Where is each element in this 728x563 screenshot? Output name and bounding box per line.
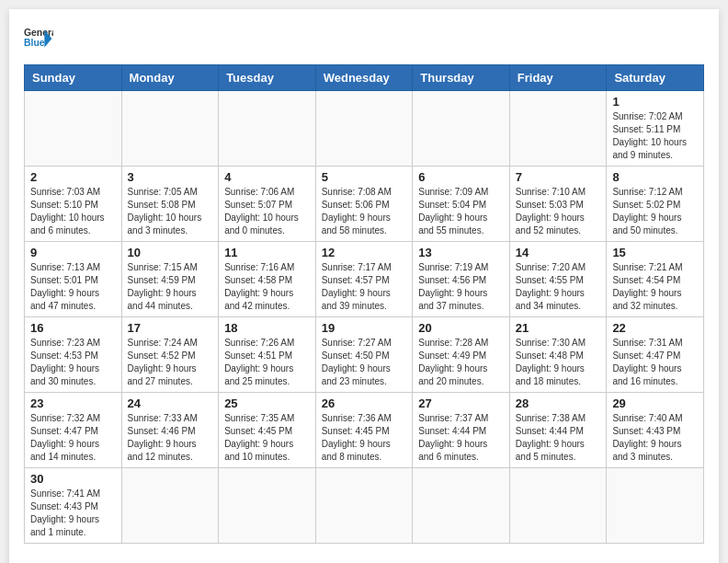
weekday-header-row: SundayMondayTuesdayWednesdayThursdayFrid… [25,65,704,91]
calendar-cell-r4c5: 28Sunrise: 7:38 AM Sunset: 4:44 PM Dayli… [509,393,607,468]
day-number: 18 [224,321,310,335]
logo-icon: General Blue [24,24,53,53]
calendar-cell-r4c2: 25Sunrise: 7:35 AM Sunset: 4:45 PM Dayli… [219,393,316,468]
day-info: Sunrise: 7:40 AM Sunset: 4:43 PM Dayligh… [612,412,698,464]
calendar-body: 1Sunrise: 7:02 AM Sunset: 5:11 PM Daylig… [25,91,704,544]
weekday-header-sunday: Sunday [25,65,122,91]
day-number: 28 [516,396,601,410]
day-number: 25 [224,396,310,410]
day-info: Sunrise: 7:36 AM Sunset: 4:45 PM Dayligh… [322,412,407,464]
day-info: Sunrise: 7:10 AM Sunset: 5:03 PM Dayligh… [516,186,601,237]
day-info: Sunrise: 7:23 AM Sunset: 4:53 PM Dayligh… [30,337,116,388]
day-info: Sunrise: 7:21 AM Sunset: 4:54 PM Dayligh… [612,261,698,313]
calendar-cell-r5c0: 30Sunrise: 7:41 AM Sunset: 4:43 PM Dayli… [25,468,122,544]
day-info: Sunrise: 7:28 AM Sunset: 4:49 PM Dayligh… [418,337,504,388]
day-info: Sunrise: 7:24 AM Sunset: 4:52 PM Dayligh… [128,337,213,388]
day-info: Sunrise: 7:27 AM Sunset: 4:50 PM Dayligh… [322,337,407,388]
weekday-header-thursday: Thursday [413,65,510,91]
calendar-cell-r2c2: 11Sunrise: 7:16 AM Sunset: 4:58 PM Dayli… [219,242,316,317]
weekday-header-wednesday: Wednesday [315,65,413,91]
calendar-header: General Blue [24,24,704,53]
calendar-row-1: 2Sunrise: 7:03 AM Sunset: 5:10 PM Daylig… [25,167,704,242]
day-info: Sunrise: 7:41 AM Sunset: 4:43 PM Dayligh… [30,488,116,539]
calendar-cell-r0c5 [509,91,607,167]
day-number: 29 [612,396,698,410]
day-number: 8 [612,170,698,184]
day-info: Sunrise: 7:20 AM Sunset: 4:55 PM Dayligh… [516,261,601,313]
calendar-cell-r4c3: 26Sunrise: 7:36 AM Sunset: 4:45 PM Dayli… [315,393,413,468]
day-number: 13 [418,246,504,259]
calendar-cell-r2c5: 14Sunrise: 7:20 AM Sunset: 4:55 PM Dayli… [509,242,607,317]
svg-text:Blue: Blue [24,38,45,48]
calendar-cell-r3c6: 22Sunrise: 7:31 AM Sunset: 4:47 PM Dayli… [607,317,704,393]
day-info: Sunrise: 7:12 AM Sunset: 5:02 PM Dayligh… [612,186,698,237]
weekday-header-friday: Friday [509,65,607,91]
day-number: 2 [30,170,116,184]
calendar-cell-r2c6: 15Sunrise: 7:21 AM Sunset: 4:54 PM Dayli… [607,242,704,317]
day-info: Sunrise: 7:37 AM Sunset: 4:44 PM Dayligh… [418,412,504,464]
day-number: 19 [322,321,407,335]
calendar-cell-r3c3: 19Sunrise: 7:27 AM Sunset: 4:50 PM Dayli… [315,317,413,393]
day-number: 14 [516,246,601,259]
calendar-cell-r5c2 [219,468,316,544]
day-number: 9 [30,246,116,259]
weekday-header-saturday: Saturday [607,65,704,91]
day-number: 12 [322,246,407,259]
calendar-thead: SundayMondayTuesdayWednesdayThursdayFrid… [25,65,704,91]
calendar-cell-r3c0: 16Sunrise: 7:23 AM Sunset: 4:53 PM Dayli… [25,317,122,393]
day-info: Sunrise: 7:16 AM Sunset: 4:58 PM Dayligh… [224,261,310,313]
day-number: 21 [516,321,601,335]
day-info: Sunrise: 7:05 AM Sunset: 5:08 PM Dayligh… [128,186,213,237]
day-number: 5 [322,170,407,184]
day-number: 20 [418,321,504,335]
calendar-cell-r0c0 [25,91,122,167]
day-info: Sunrise: 7:19 AM Sunset: 4:56 PM Dayligh… [418,261,504,313]
day-info: Sunrise: 7:08 AM Sunset: 5:06 PM Dayligh… [322,186,407,237]
calendar-cell-r1c6: 8Sunrise: 7:12 AM Sunset: 5:02 PM Daylig… [607,167,704,242]
calendar-row-3: 16Sunrise: 7:23 AM Sunset: 4:53 PM Dayli… [25,317,704,393]
calendar-cell-r0c6: 1Sunrise: 7:02 AM Sunset: 5:11 PM Daylig… [607,91,704,167]
day-number: 4 [224,170,310,184]
day-info: Sunrise: 7:26 AM Sunset: 4:51 PM Dayligh… [224,337,310,388]
day-number: 30 [30,472,116,486]
day-number: 22 [612,321,698,335]
calendar-cell-r3c2: 18Sunrise: 7:26 AM Sunset: 4:51 PM Dayli… [219,317,316,393]
logo: General Blue [24,24,53,53]
weekday-header-tuesday: Tuesday [219,65,316,91]
calendar-cell-r5c1 [121,468,219,544]
day-number: 7 [516,170,601,184]
day-number: 24 [128,396,213,410]
day-info: Sunrise: 7:35 AM Sunset: 4:45 PM Dayligh… [224,412,310,464]
day-info: Sunrise: 7:30 AM Sunset: 4:48 PM Dayligh… [516,337,601,388]
calendar-cell-r2c3: 12Sunrise: 7:17 AM Sunset: 4:57 PM Dayli… [315,242,413,317]
day-number: 10 [128,246,213,259]
calendar-cell-r4c4: 27Sunrise: 7:37 AM Sunset: 4:44 PM Dayli… [413,393,510,468]
day-number: 3 [128,170,213,184]
day-info: Sunrise: 7:32 AM Sunset: 4:47 PM Dayligh… [30,412,116,464]
calendar-cell-r5c4 [413,468,510,544]
calendar-cell-r3c4: 20Sunrise: 7:28 AM Sunset: 4:49 PM Dayli… [413,317,510,393]
day-info: Sunrise: 7:38 AM Sunset: 4:44 PM Dayligh… [516,412,601,464]
calendar-cell-r0c2 [219,91,316,167]
day-number: 11 [224,246,310,259]
calendar-cell-r4c1: 24Sunrise: 7:33 AM Sunset: 4:46 PM Dayli… [121,393,219,468]
calendar-cell-r1c5: 7Sunrise: 7:10 AM Sunset: 5:03 PM Daylig… [509,167,607,242]
day-info: Sunrise: 7:33 AM Sunset: 4:46 PM Dayligh… [128,412,213,464]
day-info: Sunrise: 7:02 AM Sunset: 5:11 PM Dayligh… [612,110,698,162]
calendar-cell-r1c0: 2Sunrise: 7:03 AM Sunset: 5:10 PM Daylig… [25,167,122,242]
day-number: 23 [30,396,116,410]
weekday-header-monday: Monday [121,65,219,91]
day-number: 15 [612,246,698,259]
calendar-container: General Blue SundayMondayTuesdayWednesda… [9,9,719,563]
calendar-row-4: 23Sunrise: 7:32 AM Sunset: 4:47 PM Dayli… [25,393,704,468]
day-info: Sunrise: 7:17 AM Sunset: 4:57 PM Dayligh… [322,261,407,313]
calendar-row-5: 30Sunrise: 7:41 AM Sunset: 4:43 PM Dayli… [25,468,704,544]
day-number: 6 [418,170,504,184]
calendar-cell-r3c5: 21Sunrise: 7:30 AM Sunset: 4:48 PM Dayli… [509,317,607,393]
calendar-cell-r2c1: 10Sunrise: 7:15 AM Sunset: 4:59 PM Dayli… [121,242,219,317]
calendar-cell-r5c5 [509,468,607,544]
day-info: Sunrise: 7:15 AM Sunset: 4:59 PM Dayligh… [128,261,213,313]
calendar-cell-r1c4: 6Sunrise: 7:09 AM Sunset: 5:04 PM Daylig… [413,167,510,242]
calendar-cell-r0c4 [413,91,510,167]
day-info: Sunrise: 7:31 AM Sunset: 4:47 PM Dayligh… [612,337,698,388]
